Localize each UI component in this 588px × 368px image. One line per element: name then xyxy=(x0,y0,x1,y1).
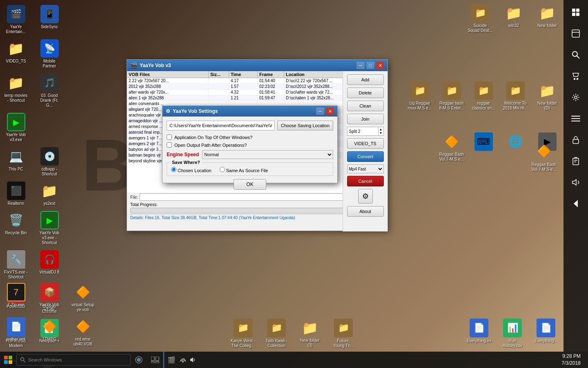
desktop-icon-vscode[interactable]: ⌨ xyxy=(469,131,498,164)
desktop-icon-yaaye-vob-rar[interactable]: 📦 YaaYe Vobv3.rar xyxy=(35,281,64,314)
desktop-icon-new-folder-d[interactable]: 📁 New folder(D) xyxy=(533,80,561,112)
taskbar-clock[interactable]: 9:28 PM 7/3/2018 xyxy=(561,353,585,367)
desktop-icon-everything-csv[interactable]: 📄 Everything... xyxy=(532,317,560,350)
same-as-source-radio-label: Same As Source File xyxy=(220,167,268,173)
desktop-icon-1tmpg[interactable]: 🔶 1TMPG xyxy=(35,316,64,348)
sidebar-icon-windows[interactable] xyxy=(566,23,586,44)
desktop-icon-good-drank[interactable]: 🎵 03. GoodDrank (Ft. G... xyxy=(35,72,64,110)
desktop-icon-run-history[interactable]: 📊 RunHistory.csv xyxy=(498,317,527,350)
svg-line-7 xyxy=(577,56,580,59)
desktop-icon-welcome-2018[interactable]: 📁 Welcome To2018 Mix Hi... xyxy=(501,80,530,112)
taskbar-show-desktop[interactable] xyxy=(585,352,588,368)
sidebar-icon-sound[interactable] xyxy=(566,172,586,193)
vob-titlebar[interactable]: 🎬 YaaYe Vob v3 ─ □ ✕ xyxy=(127,60,388,71)
vob-clean-btn[interactable]: Clean xyxy=(347,101,384,111)
settings-path-input[interactable] xyxy=(167,121,275,130)
vob-add-btn[interactable]: Add xyxy=(347,74,384,85)
sidebar-icon-store[interactable] xyxy=(566,66,586,86)
svg-rect-4 xyxy=(572,30,579,37)
cortana-icon xyxy=(135,356,143,364)
sidebar-icon-gear[interactable] xyxy=(566,87,586,108)
desktop-icon-video-ts[interactable]: 📁 VIDEO_TS xyxy=(2,38,30,70)
desktop-icon-sidesync[interactable]: 📱 SideSync xyxy=(35,3,64,36)
vob-settings-gear-btn[interactable]: ⚙ xyxy=(358,189,373,204)
start-button[interactable] xyxy=(0,352,16,368)
desktop-icon-kanye-west[interactable]: 📁 Kanye West -The Colleg... xyxy=(229,317,257,350)
desktop-icon-author-xml[interactable]: 📄 author.xml xyxy=(2,316,30,348)
desktop-icon-temp-movies[interactable]: 📁 temp movies- Shortcut xyxy=(2,72,30,110)
vob-close-btn[interactable]: ✕ xyxy=(376,62,384,69)
vob-join-btn[interactable]: Join xyxy=(347,114,384,124)
col-size: Siz... xyxy=(209,71,229,78)
desktop-icon-reggae-classics[interactable]: 📁 reggaeclassics sn... xyxy=(469,80,498,112)
desktop-icon-this-pc[interactable]: 💻 This PC xyxy=(2,146,30,178)
desktop-icon-realterm[interactable]: ⬛ Realterm xyxy=(2,180,30,208)
desktop-icon-yaaye-vob-exe[interactable]: ▶ YaaYe Vobv3.exe xyxy=(2,111,30,144)
svg-marker-18 xyxy=(574,200,578,207)
chosen-location-radio[interactable] xyxy=(171,167,176,172)
desktop-icon-future-young[interactable]: 📁 Future,Young Th... xyxy=(329,317,358,350)
engine-speed-label: Engine Speed xyxy=(167,152,199,157)
desktop-icon-chrome-right[interactable]: 🌐 xyxy=(501,131,530,164)
desktop-icon-reggae-bash-vlc[interactable]: 🔶 Reggae BashVol.7-M.S e... xyxy=(437,131,466,164)
vob-titlebar-controls: ─ □ ✕ xyxy=(356,62,384,69)
taskbar-search[interactable]: Search Windows xyxy=(16,354,131,366)
desktop-icon-reggae-bash[interactable]: 📁 Reggae bash8-M.S Enter... xyxy=(437,80,466,112)
windows-logo xyxy=(4,356,12,364)
settings-titlebar[interactable]: ⚙ YaaYe Vob Settings ─ ✕ xyxy=(163,106,337,117)
sidebar-icon-clipboard[interactable] xyxy=(566,151,586,171)
desktop-icon-red-wine[interactable]: 🔶 red.wineub40.VOB xyxy=(69,316,97,348)
desktop-icon-virtual-setup[interactable]: 🔶 virtual Setupye.vob xyxy=(69,281,97,314)
taskbar-icon-network[interactable] xyxy=(179,356,187,364)
desktop-icon-everything-ini[interactable]: 📄 Everything.ini xyxy=(465,317,493,350)
settings-open-output-checkbox[interactable] xyxy=(167,142,172,148)
vob-format-select[interactable]: Mp4 Fast Mp4 Normal AVI xyxy=(347,164,384,173)
sidebar-icon-lock[interactable] xyxy=(566,130,586,150)
vob-maximize-btn[interactable]: □ xyxy=(366,62,374,69)
desktop-icon-ys2ext[interactable]: 📁 ys2ext xyxy=(35,180,64,208)
sidebar-icon-back[interactable] xyxy=(566,193,586,214)
right-top-icons: 📁 SuicideSquad Deat... 📁 win32 📁 New fol… xyxy=(466,2,561,35)
vob-minimize-btn[interactable]: ─ xyxy=(356,62,365,69)
sidebar-icon-search[interactable] xyxy=(566,45,586,65)
desktop-icon-new-folder-top[interactable]: 📁 New folder xyxy=(533,2,561,35)
settings-ok-btn[interactable]: OK xyxy=(234,179,266,190)
vob-convert-btn[interactable]: Convert xyxy=(347,151,384,162)
desktop-icon-7zip[interactable]: 7 7-Zip.exe xyxy=(2,281,30,314)
svg-point-8 xyxy=(574,79,575,80)
task-view-icon xyxy=(151,357,159,363)
desktop-icon-reggae-bash-vol7[interactable]: 🔶 Reggae BashVol.7-M.S e... xyxy=(528,139,560,174)
vob-cancel-btn[interactable]: Cancel xyxy=(347,176,384,186)
engine-speed-select[interactable]: Normal Fast Slow xyxy=(202,150,333,159)
vob-video-ts-btn[interactable]: VIDEO_TS xyxy=(347,138,384,149)
split-control[interactable]: Split 2 ▲ ▼ xyxy=(347,127,384,136)
taskbar-cortana[interactable] xyxy=(131,352,147,368)
desktop-icon-yaaye-ent[interactable]: 🎬 YaaYeEntertain... xyxy=(2,3,30,36)
desktop-icon-new-folder-3[interactable]: 📁 New folder(3) xyxy=(296,317,324,350)
desktop-icon-virtualdj8[interactable]: 🎧 VirtualDJ 8 xyxy=(35,249,64,281)
settings-app-on-top-checkbox[interactable] xyxy=(167,135,172,140)
sidebar-icon-grid[interactable] xyxy=(566,2,586,22)
taskbar-vob-running[interactable]: 🎬 xyxy=(163,352,179,368)
desktop-icon-ug-reggae[interactable]: 📁 Ug Reggaemixx-M.S e... xyxy=(405,80,434,112)
desktop-icon-talib-kwali[interactable]: 📁 Talib Kwali -Collection xyxy=(262,317,291,350)
settings-choose-location-btn[interactable]: Choose Saving Location xyxy=(277,121,333,130)
same-as-source-radio[interactable] xyxy=(220,167,225,172)
taskbar-task-view[interactable] xyxy=(147,352,163,368)
desktop-icon-fixvts[interactable]: 🔧 FixVTS.exe -Shortcut xyxy=(2,249,30,281)
split-up[interactable]: ▲ xyxy=(379,128,383,131)
desktop-icon-suicide-squad[interactable]: 📁 SuicideSquad Deat... xyxy=(466,2,494,35)
settings-close-btn[interactable]: ✕ xyxy=(326,108,334,115)
desktop-icon-cdbxpp[interactable]: 💿 cdbxpp -Shortcut xyxy=(35,146,64,178)
desktop-icon-win32[interactable]: 📁 win32 xyxy=(499,2,528,35)
taskbar-icon-sound[interactable] xyxy=(189,356,197,364)
desktop-icon-recycle-bin[interactable]: 🗑️ Recycle Bin xyxy=(2,209,30,247)
vob-delete-btn[interactable]: Delete xyxy=(347,88,384,98)
split-down[interactable]: ▼ xyxy=(379,131,383,135)
sidebar-icon-menu[interactable] xyxy=(566,108,586,129)
desktop-icon-yaaye-vob-shortcut[interactable]: ▶ YaaYe Vobv3.exe -Shortcut xyxy=(35,209,64,247)
settings-minimize-btn[interactable]: ─ xyxy=(316,108,324,115)
vob-about-btn[interactable]: About xyxy=(347,206,384,217)
desktop-icon-mobile-partner[interactable]: 📡 MobilePartner xyxy=(35,38,64,70)
settings-engine-row: Engine Speed Normal Fast Slow xyxy=(167,150,333,159)
